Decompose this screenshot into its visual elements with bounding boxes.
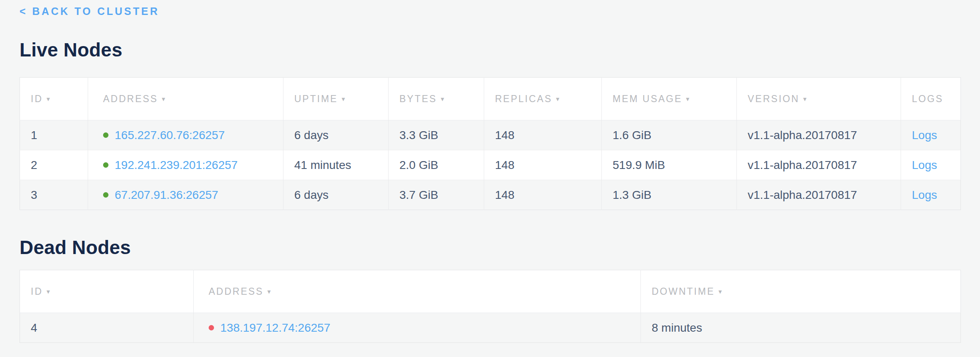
node-bytes-cell: 3.3 GiB: [389, 120, 484, 150]
column-header-address[interactable]: ADDRESS▾: [88, 78, 283, 120]
sort-arrow-icon: ▾: [719, 288, 723, 295]
logs-link[interactable]: Logs: [912, 188, 937, 201]
node-replicas-cell: 148: [484, 180, 602, 210]
node-logs-cell: Logs: [901, 180, 961, 210]
column-header-logs: LOGS: [901, 78, 961, 120]
sort-arrow-icon: ▾: [47, 288, 51, 295]
node-downtime-cell: 8 minutes: [641, 313, 961, 343]
node-version-cell: v1.1-alpha.20170817: [737, 120, 901, 150]
column-header-label: LOGS: [912, 93, 943, 104]
column-header-id[interactable]: ID▾: [20, 270, 194, 313]
node-id-cell: 1: [20, 120, 88, 150]
cluster-nodes-page: < BACK TO CLUSTER Live Nodes ID▾ ADDRESS…: [0, 0, 980, 343]
column-header-uptime[interactable]: UPTIME▾: [283, 78, 389, 120]
sort-arrow-icon: ▾: [162, 95, 166, 103]
node-uptime-cell: 6 days: [283, 180, 389, 210]
node-bytes-cell: 2.0 GiB: [389, 150, 484, 180]
node-logs-cell: Logs: [901, 120, 961, 150]
column-header-label: ADDRESS: [103, 93, 158, 104]
column-header-mem-usage[interactable]: MEM USAGE▾: [602, 78, 737, 120]
node-address-cell: 192.241.239.201:26257: [88, 150, 283, 180]
node-uptime-cell: 6 days: [283, 120, 389, 150]
column-header-label: REPLICAS: [495, 93, 552, 104]
node-address-link[interactable]: 67.207.91.36:26257: [115, 188, 218, 201]
node-address-link[interactable]: 192.241.239.201:26257: [115, 159, 238, 171]
column-header-version[interactable]: VERSION▾: [737, 78, 901, 120]
live-status-dot-icon: [103, 132, 108, 138]
live-node-row: 1 165.227.60.76:26257 6 days 3.3 GiB 148…: [20, 120, 961, 150]
node-mem-usage-cell: 519.9 MiB: [602, 150, 737, 180]
node-id-cell: 2: [20, 150, 88, 180]
live-node-row: 2 192.241.239.201:26257 41 minutes 2.0 G…: [20, 150, 961, 180]
sort-arrow-icon: ▾: [556, 95, 561, 103]
node-mem-usage-cell: 1.6 GiB: [602, 120, 737, 150]
node-address-link[interactable]: 138.197.12.74:26257: [220, 321, 330, 334]
node-address-cell: 138.197.12.74:26257: [194, 313, 641, 343]
dead-nodes-header-row: ID▾ ADDRESS▾ DOWNTIME▾: [20, 270, 961, 313]
node-mem-usage-cell: 1.3 GiB: [602, 180, 737, 210]
live-nodes-title: Live Nodes: [20, 40, 960, 60]
live-status-dot-icon: [103, 162, 108, 168]
column-header-label: DOWNTIME: [652, 286, 715, 297]
dead-nodes-title: Dead Nodes: [20, 237, 960, 257]
live-node-row: 3 67.207.91.36:26257 6 days 3.7 GiB 148 …: [20, 180, 961, 210]
dead-node-row: 4 138.197.12.74:26257 8 minutes: [20, 313, 961, 343]
dead-status-dot-icon: [209, 325, 214, 330]
sort-arrow-icon: ▾: [342, 95, 346, 103]
column-header-label: ID: [31, 93, 43, 104]
node-id-cell: 4: [20, 313, 194, 343]
node-uptime-cell: 41 minutes: [283, 150, 389, 180]
column-header-bytes[interactable]: BYTES▾: [389, 78, 484, 120]
back-to-cluster-link[interactable]: < BACK TO CLUSTER: [20, 5, 159, 17]
live-nodes-table: ID▾ ADDRESS▾ UPTIME▾ BYTES▾ REPLICAS▾ ME…: [20, 77, 961, 210]
column-header-address[interactable]: ADDRESS▾: [194, 270, 641, 313]
column-header-label: MEM USAGE: [613, 93, 682, 104]
column-header-label: ID: [31, 286, 43, 297]
node-bytes-cell: 3.7 GiB: [389, 180, 484, 210]
sort-arrow-icon: ▾: [803, 95, 808, 103]
node-address-cell: 165.227.60.76:26257: [88, 120, 283, 150]
column-header-downtime[interactable]: DOWNTIME▾: [641, 270, 961, 313]
node-logs-cell: Logs: [901, 150, 961, 180]
node-id-cell: 3: [20, 180, 88, 210]
column-header-replicas[interactable]: REPLICAS▾: [484, 78, 602, 120]
node-version-cell: v1.1-alpha.20170817: [737, 180, 901, 210]
sort-arrow-icon: ▾: [267, 288, 272, 295]
node-address-link[interactable]: 165.227.60.76:26257: [115, 129, 225, 142]
live-nodes-header-row: ID▾ ADDRESS▾ UPTIME▾ BYTES▾ REPLICAS▾ ME…: [20, 78, 961, 120]
node-address-cell: 67.207.91.36:26257: [88, 180, 283, 210]
node-replicas-cell: 148: [484, 150, 602, 180]
logs-link[interactable]: Logs: [912, 159, 937, 171]
dead-nodes-table: ID▾ ADDRESS▾ DOWNTIME▾ 4 138.197.12.74:2…: [20, 270, 961, 343]
column-header-label: UPTIME: [294, 93, 338, 104]
node-version-cell: v1.1-alpha.20170817: [737, 150, 901, 180]
sort-arrow-icon: ▾: [47, 95, 51, 103]
sort-arrow-icon: ▾: [686, 95, 691, 103]
live-status-dot-icon: [103, 192, 108, 198]
node-replicas-cell: 148: [484, 120, 602, 150]
column-header-label: VERSION: [748, 93, 800, 104]
column-header-label: ADDRESS: [209, 286, 263, 297]
logs-link[interactable]: Logs: [912, 129, 937, 142]
column-header-id[interactable]: ID▾: [20, 78, 88, 120]
sort-arrow-icon: ▾: [441, 95, 445, 103]
column-header-label: BYTES: [399, 93, 437, 104]
